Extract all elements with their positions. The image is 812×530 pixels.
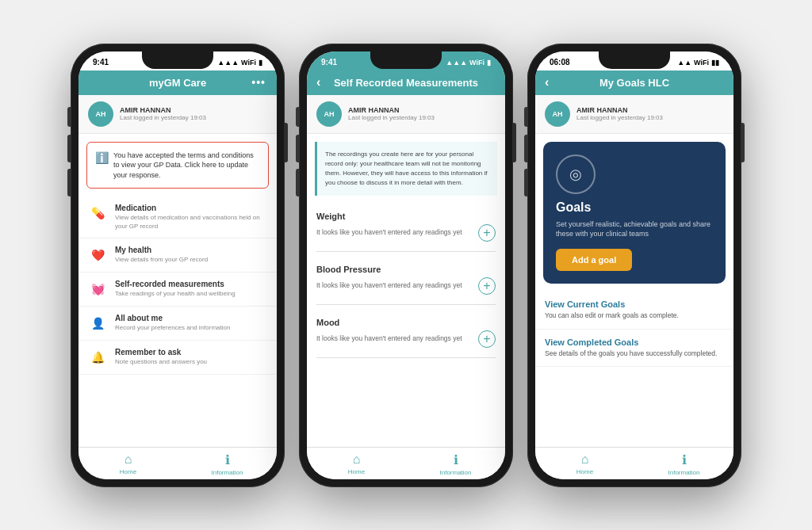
menu-item-title-2: Self-recorded measurements — [115, 280, 236, 288]
wifi-icon-2: WiFi — [469, 59, 485, 67]
tab-home-1[interactable]: ⌂ Home — [79, 452, 178, 476]
time-1: 9:41 — [93, 58, 109, 67]
menu-item-title-3: All about me — [115, 314, 230, 322]
menu-item-2[interactable]: 💓 Self-recorded measurements Take readin… — [79, 273, 277, 307]
tab-info-2[interactable]: ℹ Information — [406, 452, 505, 476]
tab-bar-3: ⌂ Home ℹ Information — [535, 447, 733, 479]
menu-item-desc-0: View details of medication and vaccinati… — [115, 214, 267, 231]
user-login-2: Last logged in yesterday 19:03 — [348, 114, 435, 121]
menu-item-title-0: Medication — [115, 204, 267, 212]
status-bar-3: 06:08 ▲▲ WiFi ▮▮ — [535, 51, 733, 71]
status-bar-2: 9:41 ▲▲▲ WiFi ▮ — [307, 51, 505, 71]
add-reading-btn-2[interactable]: + — [478, 330, 496, 348]
menu-item-text-4: Remember to ask Note questions and answe… — [115, 348, 207, 366]
tab-home-3[interactable]: ⌂ Home — [535, 452, 634, 476]
goals-links: View Current Goals You can also edit or … — [535, 292, 733, 368]
goals-link-1[interactable]: View Completed Goals See details of the … — [535, 330, 733, 368]
avatar-3: AH — [545, 101, 570, 127]
battery-icon-1: ▮ — [259, 59, 262, 67]
menu-item-4[interactable]: 🔔 Remember to ask Note questions and ans… — [79, 341, 277, 375]
measure-title-2: Mood — [316, 318, 496, 327]
screen-content-1: ℹ️ You have accepted the terms and condi… — [79, 134, 277, 447]
goals-circle-icon: ◎ — [556, 154, 596, 194]
status-icons-3: ▲▲ WiFi ▮▮ — [677, 59, 719, 67]
goals-title: Goals — [556, 200, 713, 215]
tab-info-label-3: Information — [668, 469, 699, 476]
menu-item-icon-2: 💓 — [88, 280, 107, 299]
tab-info-3[interactable]: ℹ Information — [634, 452, 733, 476]
measure-divider-2 — [316, 357, 496, 358]
menu-item-text-0: Medication View details of medication an… — [115, 204, 267, 231]
menu-item-text-1: My health View details from your GP reco… — [115, 246, 208, 264]
home-icon-3: ⌂ — [581, 452, 589, 467]
alert-text-1: You have accepted the terms and conditio… — [113, 151, 260, 181]
alert-icon-1: ℹ️ — [95, 151, 109, 164]
phone-2: 9:41 ▲▲▲ WiFi ▮ ‹ Self Recorded Measurem… — [299, 44, 513, 487]
wifi-icon-3: WiFi — [694, 59, 709, 67]
nav-title-3: My Goals HLC — [599, 77, 669, 89]
avatar-2: AH — [316, 101, 342, 127]
more-options-1[interactable]: ••• — [251, 76, 266, 89]
back-arrow-3[interactable]: ‹ — [545, 75, 549, 90]
menu-item-3[interactable]: 👤 All about me Record your preferences a… — [79, 307, 277, 341]
wifi-icon-1: WiFi — [241, 59, 256, 67]
home-icon-2: ⌂ — [353, 452, 361, 467]
goals-link-desc-1: See details of the goals you have succes… — [545, 349, 724, 359]
measure-empty-1: It looks like you haven't entered any re… — [316, 281, 462, 291]
nav-title-1: myGM Care — [149, 77, 206, 89]
info-icon-2: ℹ — [454, 452, 458, 467]
add-goal-button[interactable]: Add a goal — [556, 249, 632, 271]
add-reading-btn-0[interactable]: + — [478, 224, 496, 242]
signal-icon-1: ▲▲▲ — [217, 59, 239, 67]
tab-home-label-2: Home — [348, 468, 365, 475]
add-reading-btn-1[interactable]: + — [478, 277, 496, 295]
menu-item-desc-1: View details from your GP record — [115, 256, 208, 264]
time-3: 06:08 — [550, 58, 570, 67]
measure-section-content-0: Weight It looks like you haven't entered… — [307, 204, 505, 246]
measure-empty-0: It looks like you haven't entered any re… — [316, 228, 462, 238]
goals-desc: Set yourself realistic, achievable goals… — [556, 219, 713, 239]
menu-item-icon-3: 👤 — [88, 314, 107, 333]
measure-empty-2: It looks like you haven't entered any re… — [316, 334, 462, 344]
status-icons-1: ▲▲▲ WiFi ▮ — [217, 59, 262, 67]
goals-link-desc-0: You can also edit or mark goals as compl… — [545, 311, 724, 321]
user-name-3: AMIR HANNAN — [576, 106, 663, 114]
menu-item-0[interactable]: 💊 Medication View details of medication … — [79, 196, 277, 238]
nav-title-2: Self Recorded Measurements — [334, 77, 478, 89]
menu-item-1[interactable]: ❤️ My health View details from your GP r… — [79, 238, 277, 273]
measure-row-1: It looks like you haven't entered any re… — [316, 277, 496, 295]
phone-3: 06:08 ▲▲ WiFi ▮▮ ‹ My Goals HLC AH AMIR … — [527, 44, 741, 487]
tab-bar-2: ⌂ Home ℹ Information — [307, 447, 505, 479]
goals-link-title-0: View Current Goals — [545, 299, 724, 309]
info-icon-3: ℹ — [682, 452, 687, 467]
alert-box-1[interactable]: ℹ️ You have accepted the terms and condi… — [86, 142, 269, 189]
measure-divider-0 — [316, 251, 496, 252]
goals-link-0[interactable]: View Current Goals You can also edit or … — [535, 292, 733, 330]
measure-section-content-2: Mood It looks like you haven't entered a… — [307, 310, 505, 353]
user-login-3: Last logged in yesterday 19:03 — [576, 114, 663, 121]
nav-header-2: ‹ Self Recorded Measurements — [307, 71, 505, 95]
menu-list-1: 💊 Medication View details of medication … — [79, 196, 277, 375]
tab-bar-1: ⌂ Home ℹ Information — [79, 447, 277, 479]
back-arrow-2[interactable]: ‹ — [316, 75, 320, 90]
user-row-3: AH AMIR HANNAN Last logged in yesterday … — [535, 95, 733, 134]
info-box-2: The recordings you create here are for y… — [315, 142, 497, 196]
signal-icon-3: ▲▲ — [677, 59, 691, 67]
tab-home-2[interactable]: ⌂ Home — [307, 452, 406, 476]
measure-divider-1 — [316, 304, 496, 305]
battery-icon-3: ▮▮ — [711, 59, 719, 67]
phone-1: 9:41 ▲▲▲ WiFi ▮ myGM Care ••• AH AMIR HA… — [71, 44, 285, 487]
menu-item-text-3: All about me Record your preferences and… — [115, 314, 230, 332]
status-icons-2: ▲▲▲ WiFi ▮ — [446, 59, 491, 67]
user-info-3: AMIR HANNAN Last logged in yesterday 19:… — [576, 106, 663, 121]
measure-row-2: It looks like you haven't entered any re… — [316, 330, 496, 348]
menu-item-desc-4: Note questions and answers you — [115, 358, 207, 366]
info-icon-1: ℹ — [225, 452, 230, 467]
tab-info-label-1: Information — [211, 469, 243, 476]
tab-info-1[interactable]: ℹ Information — [178, 452, 277, 476]
measure-section-1: Blood Pressure It looks like you haven't… — [307, 257, 505, 305]
measure-section-2: Mood It looks like you haven't entered a… — [307, 310, 505, 358]
user-name-1: AMIR HANNAN — [120, 106, 206, 114]
measure-row-0: It looks like you haven't entered any re… — [316, 224, 496, 242]
menu-item-desc-2: Take readings of your health and wellbei… — [115, 290, 236, 298]
